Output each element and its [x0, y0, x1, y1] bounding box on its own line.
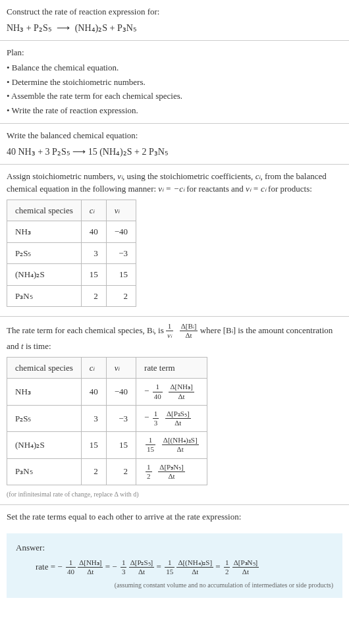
cell-c: 40 [81, 379, 106, 405]
cell-species: NH₃ [7, 221, 82, 243]
header-section: Construct the rate of reaction expressio… [0, 0, 349, 40]
balanced-equation: 40 NH₃ + 3 P₂S₅ ⟶ 15 (NH₄)₂S + 2 P₃N₅ [7, 145, 342, 159]
frac-den: Δt [180, 331, 198, 340]
answer-formula: rate = − 140 Δ[NH₃]Δt = − 13 Δ[P₂S₅]Δt =… [36, 558, 333, 576]
stoich-intro: Assign stoichiometric numbers, νᵢ, using… [7, 170, 342, 196]
final-title: Set the rate terms equal to each other t… [7, 510, 342, 523]
sign: − [57, 562, 62, 572]
text: is time: [24, 341, 51, 351]
col-c: cᵢ [81, 200, 106, 221]
table-row: P₃N₅ 2 2 12 Δ[P₃N₅]Δt [7, 458, 207, 485]
balanced-section: Write the balanced chemical equation: 40… [0, 124, 349, 164]
nu-i: νᵢ [117, 171, 122, 181]
header-title: Construct the rate of reaction expressio… [7, 5, 342, 18]
rate-prefix: rate = [36, 562, 57, 572]
text: for reactants and [184, 184, 246, 194]
frac-num: 1 [166, 322, 173, 331]
col-species: chemical species [7, 357, 82, 379]
header-equation: NH₃ + P₂S₅ ⟶ (NH₄)₂S + P₃N₅ [7, 21, 342, 35]
col-rate: rate term [136, 357, 207, 379]
coef-frac: 140 [153, 383, 163, 400]
table-row: P₂S₅ 3 −3 [7, 242, 136, 264]
cell-rate: 115 Δ[(NH₄)₂S]Δt [136, 432, 207, 458]
delta-frac: Δ[P₃N₅]Δt [158, 463, 184, 481]
cell-species: P₂S₅ [7, 405, 82, 431]
plan-item: • Write the rate of reaction expression. [7, 104, 342, 117]
arrow-icon: ⟶ [57, 21, 70, 35]
cell-c: 3 [81, 405, 106, 431]
delta-frac: Δ[P₂S₅]Δt [129, 558, 155, 576]
stoich-section: Assign stoichiometric numbers, νᵢ, using… [0, 165, 349, 317]
answer-label: Answer: [16, 541, 333, 554]
cell-rate: − 140 Δ[NH₃]Δt [136, 379, 207, 405]
delta-frac: Δ[NH₃]Δt [78, 558, 103, 576]
stoich-table: chemical species cᵢ νᵢ NH₃ 40 −40 P₂S₅ 3… [7, 200, 136, 308]
cell-nu: −3 [106, 242, 136, 264]
sign: − [144, 412, 149, 422]
rate-term-note: (for infinitesimal rate of change, repla… [7, 489, 342, 499]
cell-species: P₂S₅ [7, 242, 82, 264]
cell-species: (NH₄)₂S [7, 264, 82, 286]
eq: = [157, 562, 164, 572]
rate-term-table: chemical species cᵢ νᵢ rate term NH₃ 40 … [7, 357, 207, 485]
balanced-title: Write the balanced chemical equation: [7, 129, 342, 142]
col-nu: νᵢ [106, 357, 136, 379]
final-section: Set the rate terms equal to each other t… [0, 505, 349, 529]
eq-lhs: NH₃ + P₂S₅ [7, 23, 52, 33]
eq: = [215, 562, 223, 572]
plan-item: • Balance the chemical equation. [7, 61, 342, 74]
cell-species: NH₃ [7, 379, 82, 405]
frac-1-over-nu: 1 νᵢ [166, 322, 173, 340]
cell-species: P₃N₅ [7, 458, 82, 485]
cell-nu: 2 [106, 285, 136, 307]
delta-frac: Δ[NH₃]Δt [169, 383, 194, 400]
cell-c: 40 [81, 221, 106, 243]
cell-c: 15 [81, 264, 106, 286]
frac-num: Δ[Bᵢ] [180, 322, 198, 331]
coef-frac: 115 [165, 558, 174, 576]
coef-frac: 12 [224, 558, 230, 576]
text: Assign stoichiometric numbers, [7, 171, 117, 181]
table-row: P₂S₅ 3 −3 − 13 Δ[P₂S₅]Δt [7, 405, 207, 431]
sign: − [112, 562, 117, 572]
table-row: (NH₄)₂S 15 15 115 Δ[(NH₄)₂S]Δt [7, 432, 207, 458]
cell-rate: 12 Δ[P₃N₅]Δt [136, 458, 207, 485]
coef-frac: 140 [66, 558, 76, 576]
coef-frac: 13 [153, 410, 159, 427]
cell-nu: −40 [106, 221, 136, 243]
plan-title: Plan: [7, 46, 342, 59]
cell-rate: − 13 Δ[P₂S₅]Δt [136, 405, 207, 431]
rate-term-section: The rate term for each chemical species,… [0, 317, 349, 504]
coef-frac: 115 [146, 436, 155, 454]
rate-term-intro: The rate term for each chemical species,… [7, 322, 342, 353]
cell-nu: 15 [106, 432, 136, 458]
cell-c: 3 [81, 242, 106, 264]
table-row: (NH₄)₂S 15 15 [7, 264, 136, 286]
delta-frac: Δ[P₃N₅]Δt [232, 558, 259, 576]
text: , using the stoichiometric coefficients, [122, 171, 255, 181]
plan-item: • Determine the stoichiometric numbers. [7, 76, 342, 89]
frac-dB-dt: Δ[Bᵢ] Δt [180, 322, 198, 340]
cell-c: 2 [81, 458, 106, 485]
cell-nu: 15 [106, 264, 136, 286]
table-header-row: chemical species cᵢ νᵢ rate term [7, 357, 207, 379]
plan-item: • Assemble the rate term for each chemic… [7, 90, 342, 103]
sign: − [144, 386, 149, 396]
cell-c: 2 [81, 285, 106, 307]
plan-list: • Balance the chemical equation. • Deter… [7, 61, 342, 117]
delta-frac: Δ[(NH₄)₂S]Δt [176, 558, 213, 576]
table-row: NH₃ 40 −40 [7, 221, 136, 243]
rel1: νᵢ = −cᵢ [158, 184, 184, 194]
table-header-row: chemical species cᵢ νᵢ [7, 200, 136, 221]
text: for products: [266, 184, 312, 194]
cell-species: P₃N₅ [7, 285, 82, 307]
answer-note: (assuming constant volume and no accumul… [16, 580, 333, 590]
cell-c: 15 [81, 432, 106, 458]
table-row: P₃N₅ 2 2 [7, 285, 136, 307]
col-species: chemical species [7, 200, 82, 221]
eq-rhs: (NH₄)₂S + P₃N₅ [75, 23, 137, 33]
coef-frac: 13 [121, 558, 127, 576]
plan-section: Plan: • Balance the chemical equation. •… [0, 41, 349, 124]
delta-frac: Δ[(NH₄)₂S]Δt [162, 436, 199, 454]
table-row: NH₃ 40 −40 − 140 Δ[NH₃]Δt [7, 379, 207, 405]
